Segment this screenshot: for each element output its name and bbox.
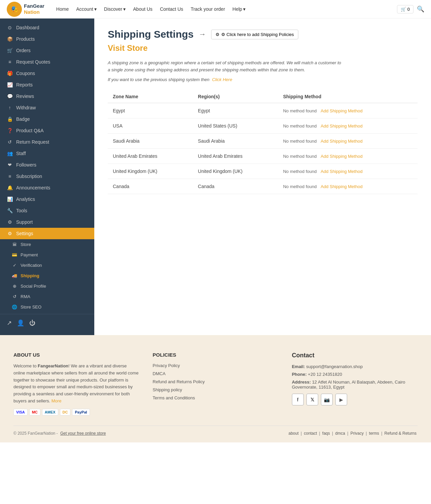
add-shipping-method-link[interactable]: Add Shipping Method	[321, 184, 362, 189]
sidebar-item-staff[interactable]: 👥 Staff	[0, 148, 94, 159]
request-quotes-icon: ≡	[7, 59, 13, 65]
chevron-down-icon: ▾	[123, 6, 126, 12]
sidebar-item-analytics[interactable]: 📊 Analytics	[0, 193, 94, 205]
instagram-button[interactable]: 📷	[321, 394, 333, 405]
nav-home[interactable]: Home	[53, 4, 72, 14]
payment-icons: VISA MC AMEX DC PayPal	[13, 409, 139, 416]
sidebar-item-settings[interactable]: ⚙ Settings	[0, 228, 94, 239]
sidebar-item-subscription[interactable]: ≡ Subscription	[0, 171, 94, 182]
reports-icon: 📈	[7, 82, 13, 87]
sidebar-item-orders[interactable]: 🛒 Orders	[0, 45, 94, 56]
footer-bottom-link[interactable]: dmca	[335, 431, 345, 436]
logo-icon: 🎭	[7, 2, 22, 17]
sidebar-item-announcements[interactable]: 🔔 Announcements	[0, 182, 94, 193]
footer-bottom-link[interactable]: Refund & Returns	[385, 431, 417, 436]
sidebar-sub-item-payment[interactable]: 💳 Payment	[0, 250, 94, 260]
sidebar-sub-item-store-seo[interactable]: 🌐 Store SEO	[0, 302, 94, 312]
sidebar-item-return-request[interactable]: ↺ Return Request	[0, 136, 94, 148]
sidebar-item-reviews[interactable]: 💬 Reviews	[0, 91, 94, 102]
sidebar-item-products[interactable]: 📦 Products	[0, 33, 94, 45]
nav-account[interactable]: Account ▾	[73, 4, 100, 14]
table-row: Saudi Arabia Saudi Arabia No method foun…	[108, 133, 418, 148]
footer-bottom-link[interactable]: contact	[304, 431, 317, 436]
nav-discover[interactable]: Discover ▾	[101, 4, 129, 14]
arrow-icon: →	[199, 30, 206, 39]
no-method-text: No method found	[283, 108, 317, 113]
nav-help[interactable]: Help ▾	[229, 4, 249, 14]
page-title: Shipping Settings	[108, 29, 194, 40]
logo[interactable]: 🎭 FanGear Nation	[7, 2, 44, 17]
policy-link[interactable]: Privacy Policy	[153, 363, 180, 368]
free-store-link[interactable]: Get your free online store	[60, 431, 106, 436]
footer-bottom-link[interactable]: faqs	[322, 431, 330, 436]
prev-system-text: If you want to use the previous shipping…	[108, 77, 418, 82]
shipping-table: Zone Name Region(s) Shipping Method Egyp…	[108, 91, 418, 194]
policies-list: Privacy PolicyDMCARefund and Returns Pol…	[153, 363, 278, 400]
add-policy-button[interactable]: ⚙ ⚙ Click here to add Shipping Policies	[211, 30, 298, 39]
zone-name-cell: United Kingdom (UK)	[108, 164, 193, 179]
policy-link[interactable]: Shipping policy	[153, 387, 182, 392]
nav-about[interactable]: About Us	[130, 4, 156, 14]
external-link-button[interactable]: ↗	[7, 319, 12, 327]
prev-system-link[interactable]: Click Here	[212, 77, 232, 82]
about-text: Welcome to FangearNation! We are a vibra…	[13, 363, 139, 405]
policy-link[interactable]: Refund and Returns Policy	[153, 379, 205, 384]
region-cell: United Arab Emirates	[193, 148, 278, 164]
chevron-down-icon: ▾	[243, 6, 245, 12]
orders-icon: 🛒	[7, 48, 13, 53]
policy-link[interactable]: DMCA	[153, 371, 165, 376]
zone-name-cell: Egypt	[108, 103, 193, 118]
policy-link[interactable]: Terms and Conditions	[153, 395, 195, 400]
about-more-link[interactable]: More	[52, 398, 62, 403]
rma-icon: ↺	[12, 294, 17, 299]
sidebar-item-request-quotes[interactable]: ≡ Request Quotes	[0, 56, 94, 68]
footer-about: ABOUT US Welcome to FangearNation! We ar…	[13, 352, 139, 416]
sidebar-sub-item-shipping[interactable]: 🚚 Shipping	[0, 271, 94, 281]
add-shipping-method-link[interactable]: Add Shipping Method	[321, 154, 362, 159]
nav-contact[interactable]: Contact Us	[157, 4, 187, 14]
add-shipping-method-link[interactable]: Add Shipping Method	[321, 169, 362, 174]
facebook-button[interactable]: f	[292, 394, 304, 405]
sidebar-item-badge[interactable]: 🔒 Badge	[0, 113, 94, 125]
sidebar-sub-item-verification[interactable]: ✓ Verification	[0, 260, 94, 271]
nav-track-order[interactable]: Track your order	[187, 4, 228, 14]
sidebar-item-withdraw[interactable]: ↑ Withdraw	[0, 102, 94, 113]
contact-title: Contact	[292, 352, 418, 359]
cart-button[interactable]: 🛒 0	[397, 5, 413, 13]
user-profile-button[interactable]: 👤	[17, 319, 24, 327]
add-shipping-method-link[interactable]: Add Shipping Method	[321, 139, 362, 144]
footer-bottom-link[interactable]: Privacy	[351, 431, 364, 436]
cart-count: 0	[407, 7, 410, 12]
visit-store-link[interactable]: Visit Store	[108, 43, 418, 53]
products-icon: 📦	[7, 36, 13, 42]
sidebar-sub-item-rma[interactable]: ↺ RMA	[0, 291, 94, 302]
sidebar-item-coupons[interactable]: 🎁 Coupons	[0, 68, 94, 79]
sidebar-sub-item-store[interactable]: 🏛 Store	[0, 239, 94, 250]
store-icon: 🏛	[12, 242, 17, 247]
sidebar-item-followers[interactable]: ❤ Followers	[0, 159, 94, 171]
sidebar-item-product-qa[interactable]: ❓ Product Q&A	[0, 125, 94, 136]
search-button[interactable]: 🔍	[417, 5, 424, 13]
contact-phone: Phone: +20 12 24351820	[292, 372, 418, 377]
sidebar-sub-item-social-profile[interactable]: ⊕ Social Profile	[0, 281, 94, 291]
add-shipping-method-link[interactable]: Add Shipping Method	[321, 108, 362, 113]
zone-name-cell: Saudi Arabia	[108, 133, 193, 148]
header-icons: 🛒 0 🔍	[397, 5, 424, 13]
sidebar-item-support[interactable]: ⚙ Support	[0, 216, 94, 228]
policies-title: POLICIES	[153, 352, 278, 358]
table-row: United Arab Emirates United Arab Emirate…	[108, 148, 418, 164]
footer-bottom-link[interactable]: about	[289, 431, 299, 436]
youtube-button[interactable]: ▶	[335, 394, 347, 405]
social-icons: f 𝕏 📷 ▶	[292, 394, 418, 405]
add-shipping-method-link[interactable]: Add Shipping Method	[321, 123, 362, 129]
twitter-x-button[interactable]: 𝕏	[306, 394, 318, 405]
footer-bottom-link[interactable]: terms	[369, 431, 379, 436]
sidebar-item-reports[interactable]: 📈 Reports	[0, 79, 94, 91]
coupons-icon: 🎁	[7, 71, 13, 76]
sidebar-item-dashboard[interactable]: ⊙ Dashboard	[0, 22, 94, 33]
footer-copyright: © 2025 FanGearNation - Get your free onl…	[13, 431, 106, 436]
power-button[interactable]: ⏻	[29, 320, 35, 327]
sidebar-item-tools[interactable]: 🔧 Tools	[0, 205, 94, 216]
product-qa-icon: ❓	[7, 128, 13, 133]
shipping-method-cell: No method found Add Shipping Method	[278, 179, 418, 194]
